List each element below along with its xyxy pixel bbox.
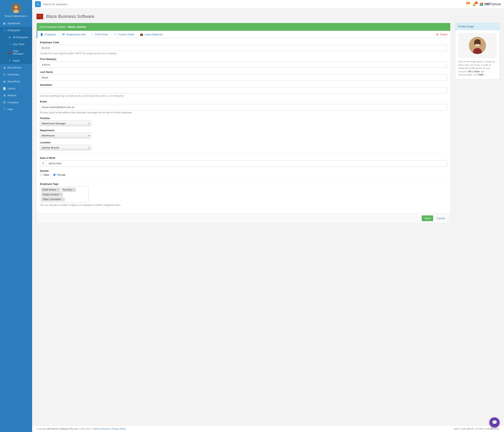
tab-custom-fields[interactable]: 📄Custom Fields [111, 31, 137, 38]
tab-delete[interactable]: 🗑Delete [433, 31, 450, 38]
sidebar: Devan Sabaratnam ▦Dashboard 👥Employees⌄ … [0, 0, 32, 432]
help-email: Primary (work) email address that automa… [40, 111, 447, 114]
company-header: Blaze Business Software [36, 11, 500, 23]
user-avatar[interactable] [11, 4, 21, 13]
nav-news[interactable]: ▤News/Polls [0, 78, 32, 85]
label-gender: Gender [40, 169, 447, 172]
svg-point-4 [481, 3, 483, 4]
salutation-field[interactable] [40, 87, 447, 94]
profile-help-text: Click on the image above, or drag and dr… [458, 60, 497, 76]
help-code: Usually from your payroll system. MUST b… [40, 52, 447, 55]
briefcase-icon: 💼 [140, 33, 143, 36]
nav-time-off[interactable]: 💼Time-Off/Leave [0, 48, 32, 57]
nav-reports[interactable]: 🖶Reports‹ [0, 92, 32, 99]
chevron-left-icon: ‹ [29, 101, 29, 103]
chevron-left-icon: ‹ [29, 108, 29, 110]
nav-help[interactable]: ?Help‹ [0, 106, 32, 113]
chevron-left-icon: ‹ [29, 66, 29, 69]
dob-field[interactable] [47, 160, 447, 167]
nav-all-employees[interactable]: ≣All Employees [0, 34, 32, 41]
gender-male-radio[interactable]: Male [40, 173, 49, 176]
label-code: Employee Code [40, 41, 447, 44]
nav-checklists[interactable]: ☑Checklists‹ [0, 71, 32, 78]
tos-link[interactable]: Terms of Service [93, 428, 110, 430]
label-location: Location [40, 141, 447, 144]
tag-chip: XMas Committee× [41, 197, 65, 201]
svg-point-6 [481, 4, 483, 6]
first-name-field[interactable] [40, 62, 447, 68]
company-title: Blaze Business Software [46, 14, 94, 19]
label-first: First Name(s) [40, 57, 447, 61]
location-select[interactable]: Sydney Branch▾ [40, 145, 91, 150]
hrpartner-logo-icon [479, 2, 484, 6]
department-select[interactable]: Warehouse▾ [40, 133, 91, 138]
save-button[interactable]: Save [422, 216, 433, 221]
svg-point-5 [480, 4, 481, 6]
doc-icon: 📄 [3, 87, 6, 90]
chat-icon: 💬 [492, 420, 497, 425]
remove-tag-icon[interactable]: × [57, 188, 59, 191]
user-block[interactable]: Devan Sabaratnam [0, 0, 32, 20]
help-salutation: Common greeting to go on mailouts etc. (… [40, 94, 447, 97]
bank-icon: 🏛 [3, 101, 6, 104]
chevron-down-icon: ▾ [88, 134, 89, 137]
nav-org-chart[interactable]: ⛬Org. Chart [0, 41, 32, 48]
file-icon: 📄 [113, 33, 117, 36]
notifications-calendar[interactable]: 🗓 21 [465, 3, 469, 6]
profile-image-dropzone[interactable] [458, 33, 497, 58]
chevron-down-icon: ▾ [88, 122, 89, 124]
tab-employee[interactable]: 👤Employee [37, 31, 59, 38]
separator [40, 179, 447, 179]
user-name-dropdown[interactable]: Devan Sabaratnam [0, 15, 32, 18]
remove-tag-icon[interactable]: × [62, 198, 63, 201]
menu-toggle-button[interactable]: ≡ [35, 1, 41, 7]
id-icon: 🪪 [62, 33, 65, 36]
org-icon: ⛬ [8, 43, 11, 46]
nav-import[interactable]: ⇪Import‹ [0, 57, 32, 64]
news-icon: ▤ [3, 80, 6, 83]
profile-image-panel: Profile Image Click on the image above, … [455, 23, 500, 79]
nav-recruitment[interactable]: ◑Recruitment‹ [0, 64, 32, 71]
panel-header: Edit Employee Details - Black, Katrina [37, 23, 450, 31]
tab-leave-balances[interactable]: 💼Leave Balances [137, 31, 166, 38]
chat-widget-button[interactable]: 💬 [489, 417, 500, 428]
tab-ess-portal[interactable]: 🖵ESS Portal [89, 31, 111, 38]
nav-employees[interactable]: 👥Employees⌄ [0, 27, 32, 34]
notifications-bell[interactable]: 🔔 3 [471, 2, 477, 6]
position-select[interactable]: Warehouse Manager▾ [40, 121, 91, 126]
chevron-down-icon: ▾ [88, 147, 89, 149]
profile-image[interactable] [469, 37, 486, 54]
remove-tag-icon[interactable]: × [60, 193, 62, 196]
label-dob: Date of Birth [40, 156, 447, 160]
footer: Copyright HR Partner Software Pty Ltd © … [32, 425, 504, 432]
briefcase-icon: 💼 [8, 51, 11, 54]
chevron-down-icon: ⌄ [28, 29, 29, 31]
trash-icon: 🗑 [436, 33, 439, 36]
topbar: ≡ 🗓 21 🔔 3 HRPartner [32, 0, 504, 9]
nav-company[interactable]: 🏛Company‹ [0, 99, 32, 106]
employee-code-field[interactable] [40, 45, 447, 51]
nav-dashboard[interactable]: ▦Dashboard [0, 20, 32, 27]
tag-chip: EOM Winner× [41, 188, 60, 192]
svg-point-1 [15, 6, 18, 9]
tab-employment-info[interactable]: 🪪Employment Info [59, 31, 89, 38]
nav-library[interactable]: 📄Library [0, 85, 32, 92]
company-logo [36, 14, 43, 19]
email-field[interactable] [40, 104, 447, 110]
notif-count-1: 21 [466, 2, 470, 4]
list-icon: ≣ [8, 36, 11, 39]
gender-female-radio[interactable]: Female [53, 173, 65, 176]
label-tags: Employee Tags [40, 182, 447, 185]
tags-input[interactable]: EOM Winner× Fun Run× Project Alcatraz× X… [40, 187, 89, 203]
last-name-field[interactable] [40, 75, 447, 81]
employees-subnav: ≣All Employees ⛬Org. Chart 💼Time-Off/Lea… [0, 34, 32, 64]
privacy-link[interactable]: Privacy Policy [112, 428, 126, 430]
remove-tag-icon[interactable]: × [73, 188, 74, 191]
window-icon: 🖵 [91, 33, 94, 36]
label-last: Last Name [40, 70, 447, 74]
check-icon: ☑ [3, 73, 6, 76]
user-icon: 👤 [40, 33, 43, 36]
label-position: Position [40, 117, 447, 120]
cancel-button[interactable]: Cancel [434, 216, 448, 221]
search-input[interactable] [43, 3, 465, 6]
